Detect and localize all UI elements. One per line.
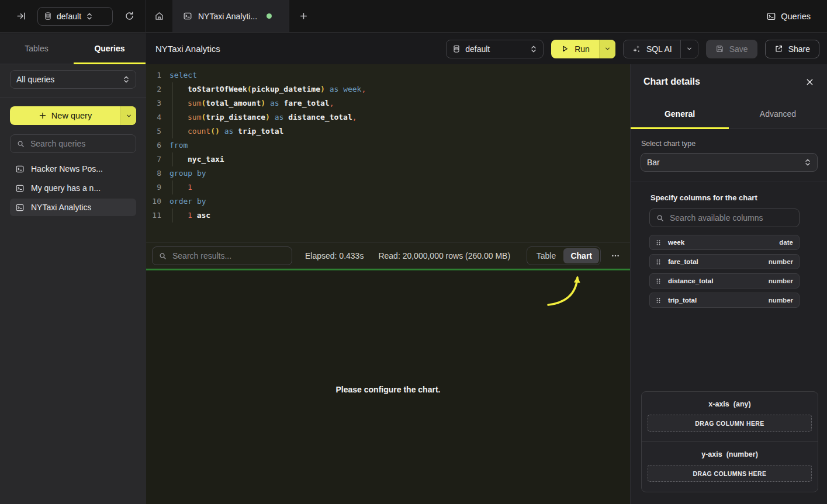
line-number: 2: [146, 82, 161, 96]
new-tab-icon[interactable]: [289, 0, 317, 32]
new-query-main[interactable]: New query: [10, 106, 120, 125]
close-icon[interactable]: [805, 78, 814, 86]
code-token: sum: [188, 113, 201, 121]
y-axis-dropzone[interactable]: DRAG COLUMNS HERE: [648, 465, 812, 482]
query-toolbar: NYTaxi Analytics default Run: [146, 33, 827, 64]
search-queries-input[interactable]: [30, 139, 130, 148]
line-number: 10: [146, 194, 161, 208]
sql-ai-dropdown[interactable]: [680, 40, 698, 58]
query-list-item[interactable]: NYTaxi Analytics: [10, 199, 136, 216]
x-axis-dropzone[interactable]: DRAG COLUMN HERE: [648, 415, 812, 432]
code-line-content: order by: [169, 194, 206, 208]
code-line[interactable]: 4sum(trip_distance) as distance_total,: [146, 110, 630, 124]
drag-handle-icon[interactable]: [655, 277, 662, 286]
search-results-input[interactable]: [172, 251, 286, 260]
code-line[interactable]: 111 asc: [146, 208, 630, 223]
code-token: week: [343, 85, 361, 93]
code-token: ): [261, 99, 265, 107]
active-tab-underline: [74, 62, 146, 64]
queries-button[interactable]: Queries: [766, 12, 827, 21]
code-line[interactable]: 6from: [146, 138, 630, 152]
tab-advanced[interactable]: Advanced: [729, 99, 827, 128]
column-row[interactable]: trip_totalnumber: [649, 293, 800, 308]
column-name: fare_total: [668, 258, 698, 265]
refresh-icon[interactable]: [121, 8, 137, 25]
tab-general[interactable]: General: [631, 99, 729, 128]
line-number: 1: [146, 68, 161, 82]
drag-handle-icon[interactable]: [655, 296, 662, 305]
column-type: date: [779, 239, 793, 246]
tab-strip: NYTaxi Analyti...: [146, 0, 317, 32]
code-line-content: select: [169, 68, 197, 82]
line-number: 5: [146, 124, 161, 138]
code-line-content: sum(trip_distance) as distance_total,: [169, 110, 357, 124]
chart-type-select[interactable]: Bar: [641, 153, 818, 172]
code-line[interactable]: 3sum(total_amount) as fare_total,: [146, 96, 630, 110]
sql-editor[interactable]: 1select2toStartOfWeek(pickup_datetime) a…: [146, 64, 630, 242]
chart-view-label: Chart: [570, 251, 592, 260]
unsaved-changes-dot: [267, 13, 272, 19]
code-line[interactable]: 10order by: [146, 194, 630, 208]
sql-ai-button[interactable]: SQL AI: [623, 40, 698, 58]
chevron-updown-icon: [530, 45, 537, 53]
query-list: Hacker News Pos...My query has a n...NYT…: [10, 160, 136, 216]
tab-queries[interactable]: Queries: [73, 33, 146, 64]
column-row[interactable]: fare_totalnumber: [649, 254, 800, 269]
table-view-tab[interactable]: Table: [528, 248, 563, 263]
code-line[interactable]: 2toStartOfWeek(pickup_datetime) as week,: [146, 82, 630, 96]
tab-tables-label: Tables: [25, 44, 48, 53]
line-number: 9: [146, 180, 161, 194]
sql-ai-main[interactable]: SQL AI: [624, 40, 680, 58]
code-token: [270, 113, 275, 121]
new-query-button[interactable]: New query: [10, 106, 136, 125]
more-options-icon[interactable]: [607, 251, 624, 260]
code-line[interactable]: 7nyc_taxi: [146, 152, 630, 166]
tab-queries-label: Queries: [94, 44, 124, 53]
code-token: sum: [188, 99, 201, 107]
new-query-dropdown[interactable]: [120, 106, 136, 125]
code-token: ,: [361, 85, 366, 93]
code-line[interactable]: 1select: [146, 68, 630, 82]
drag-handle-icon[interactable]: [655, 258, 662, 266]
divider: [0, 98, 146, 98]
database-selector[interactable]: default: [37, 7, 113, 26]
chevron-updown-icon: [123, 75, 130, 84]
main-content: NYTaxi Analytics default Run: [146, 33, 827, 504]
column-list: weekdatefare_totalnumberdistance_totalnu…: [649, 235, 800, 308]
drag-handle-icon[interactable]: [655, 238, 662, 247]
code-line[interactable]: 8group by: [146, 166, 630, 180]
y-axis-section: y-axis(number) DRAG COLUMNS HERE: [642, 442, 818, 492]
collapse-sidebar-icon[interactable]: [13, 8, 29, 25]
home-icon[interactable]: [146, 0, 172, 32]
run-database-selector[interactable]: default: [446, 40, 544, 58]
code-line[interactable]: 91: [146, 180, 630, 194]
tab-tables[interactable]: Tables: [0, 33, 73, 64]
share-icon: [774, 44, 783, 53]
query-list-item[interactable]: Hacker News Pos...: [10, 160, 136, 178]
run-button-main[interactable]: Run: [551, 40, 599, 58]
tab-general-label: General: [665, 109, 695, 119]
tab-nytaxi-analytics[interactable]: NYTaxi Analyti...: [172, 0, 289, 32]
save-button[interactable]: Save: [706, 40, 757, 58]
code-token: trip_total: [238, 127, 283, 135]
share-button[interactable]: Share: [765, 40, 819, 58]
code-line[interactable]: 5count() as trip_total: [146, 124, 630, 138]
run-options-dropdown[interactable]: [599, 40, 615, 58]
left-sidebar: Tables Queries All queries New query: [0, 33, 146, 504]
results-toolbar: Elapsed: 0.433s Read: 20,000,000 rows (2…: [146, 242, 630, 269]
code-token: [192, 211, 197, 220]
search-columns-input[interactable]: [670, 213, 793, 223]
column-row[interactable]: distance_totalnumber: [649, 273, 800, 289]
query-icon: [15, 184, 25, 193]
column-row[interactable]: weekdate: [649, 235, 800, 250]
run-button[interactable]: Run: [551, 40, 615, 58]
code-line-content: nyc_taxi: [169, 152, 224, 166]
code-token: asc: [197, 211, 210, 220]
code-token: [325, 85, 330, 93]
code-token: (: [247, 85, 252, 93]
query-filter-select[interactable]: All queries: [10, 70, 136, 89]
chart-view-tab[interactable]: Chart: [563, 248, 599, 263]
table-view-label: Table: [537, 251, 556, 260]
query-list-item[interactable]: My query has a n...: [10, 179, 136, 197]
code-line-content: 1 asc: [169, 208, 210, 223]
